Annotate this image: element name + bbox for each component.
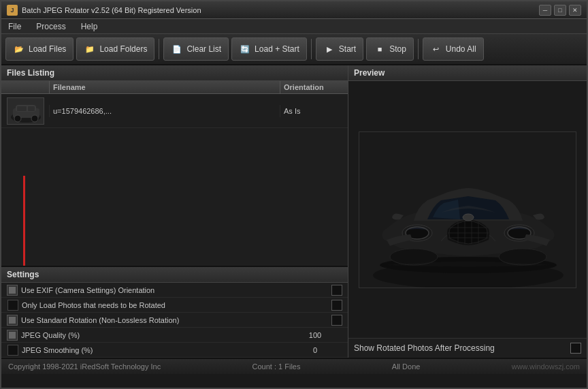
file-thumbnail xyxy=(1,95,49,127)
preview-image xyxy=(359,131,576,288)
toolbar-separator-1 xyxy=(159,39,159,59)
right-panel: Preview xyxy=(348,65,587,358)
settings-panel: Settings Use EXIF (Camera Settings) Orie… xyxy=(1,266,348,358)
settings-row-only-load: Only Load Photos that needs to be Rotate… xyxy=(1,298,348,313)
svg-rect-7 xyxy=(17,106,27,111)
arrow-line xyxy=(23,176,25,266)
title-bar: J Batch JPEG Rotator v2.52 (64 Bit) Regi… xyxy=(1,1,587,19)
menu-file[interactable]: File xyxy=(4,21,25,32)
col-thumb xyxy=(1,81,49,93)
load-files-button[interactable]: 📂 Load Files xyxy=(5,37,74,61)
settings-row-exif: Use EXIF (Camera Settings) Orientation xyxy=(1,283,348,298)
status-bar: Copyright 1998-2021 iRedSoft Technology … xyxy=(1,358,587,374)
load-folders-icon: 📁 xyxy=(84,44,96,55)
clear-list-button[interactable]: 📄 Clear List xyxy=(163,37,229,61)
show-rotated-checkbox[interactable] xyxy=(570,343,581,354)
jpeg-quality-checkbox[interactable] xyxy=(7,330,18,341)
only-load-check-right[interactable] xyxy=(331,300,342,311)
file-name: u=1579462686,... xyxy=(49,105,280,117)
preview-bottom-row: Show Rotated Photos After Processing xyxy=(348,338,587,358)
preview-area xyxy=(348,81,587,338)
settings-row-jpeg-quality: JPEG Quality (%) 100 xyxy=(1,328,348,343)
svg-rect-6 xyxy=(28,106,35,111)
exif-check-right[interactable] xyxy=(331,285,342,296)
load-start-button[interactable]: 🔄 Load + Start xyxy=(231,37,307,61)
toolbar-separator-3 xyxy=(418,39,419,59)
load-start-icon: 🔄 xyxy=(239,44,251,55)
files-table[interactable]: u=1579462686,... As Is xyxy=(1,94,348,266)
toolbar: 📂 Load Files 📁 Load Folders 📄 Clear List… xyxy=(1,34,587,65)
menu-help[interactable]: Help xyxy=(77,21,102,32)
app-icon: J xyxy=(7,5,18,16)
standard-rotation-mark xyxy=(9,317,16,324)
window-controls: ─ □ ✕ xyxy=(539,5,581,16)
only-load-checkbox[interactable] xyxy=(7,300,18,311)
load-folders-button[interactable]: 📁 Load Folders xyxy=(76,37,154,61)
settings-row-standard-rotation: Use Standard Rotation (Non-Lossless Rota… xyxy=(1,313,348,328)
start-button[interactable]: ▶ Start xyxy=(316,37,363,61)
standard-rotation-check-right[interactable] xyxy=(331,315,342,326)
maximize-button[interactable]: □ xyxy=(554,5,566,16)
jpeg-quality-mark xyxy=(9,332,16,339)
stop-icon: ■ xyxy=(374,44,386,55)
svg-point-26 xyxy=(463,214,474,221)
jpeg-smoothing-checkbox[interactable] xyxy=(7,345,18,356)
window-title: Batch JPEG Rotator v2.52 (64 Bit) Regist… xyxy=(22,6,201,14)
copyright-text: Copyright 1998-2021 iRedSoft Technology … xyxy=(8,362,161,371)
svg-point-5 xyxy=(31,115,38,122)
menu-process[interactable]: Process xyxy=(32,21,69,32)
undo-all-button[interactable]: ↩ Undo All xyxy=(423,37,484,61)
file-count: Count : 1 Files xyxy=(252,362,301,371)
exif-checkbox-mark xyxy=(9,287,16,294)
show-rotated-label: Show Rotated Photos After Processing xyxy=(354,343,495,353)
left-panel: Files Listing Filename Orientation xyxy=(1,65,348,358)
close-button[interactable]: ✕ xyxy=(569,5,581,16)
standard-rotation-checkbox[interactable] xyxy=(7,315,18,326)
status-text: All Done xyxy=(392,362,421,371)
col-orientation: Orientation xyxy=(280,81,348,93)
clear-list-icon: 📄 xyxy=(171,44,183,55)
exif-checkbox[interactable] xyxy=(7,285,18,296)
scroll-arrow-indicator xyxy=(18,176,29,266)
files-listing-header: Files Listing xyxy=(1,65,348,81)
table-row[interactable]: u=1579462686,... As Is xyxy=(1,94,348,128)
undo-all-icon: ↩ xyxy=(430,44,442,55)
main-content: Files Listing Filename Orientation xyxy=(1,65,587,358)
col-filename: Filename xyxy=(49,81,280,93)
svg-point-4 xyxy=(14,115,21,122)
thumb-image xyxy=(7,97,44,125)
watermark-text: www.windowszj.com xyxy=(512,362,580,371)
load-files-icon: 📂 xyxy=(13,44,25,55)
start-icon: ▶ xyxy=(323,44,336,55)
table-header: Filename Orientation xyxy=(1,81,348,94)
file-orientation: As Is xyxy=(280,105,348,117)
menu-bar: File Process Help xyxy=(1,19,587,34)
toolbar-separator-2 xyxy=(311,39,312,59)
settings-row-jpeg-smoothing: JPEG Smoothing (%) 0 xyxy=(1,343,348,358)
preview-header: Preview xyxy=(348,65,587,81)
minimize-button[interactable]: ─ xyxy=(539,5,551,16)
stop-button[interactable]: ■ Stop xyxy=(366,37,414,61)
settings-header: Settings xyxy=(1,267,348,283)
